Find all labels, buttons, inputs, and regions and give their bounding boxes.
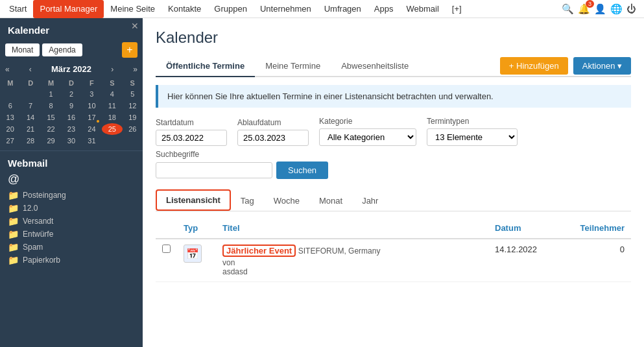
ablaufdatum-input[interactable] — [237, 130, 309, 146]
sidebar-kalender-title: Kalender — [0, 18, 143, 40]
nav-meine-seite[interactable]: Meine Seite — [104, 0, 161, 18]
calendar-day-header: S — [123, 78, 143, 88]
calendar-day[interactable]: 17 — [82, 112, 102, 123]
view-tab-jahr[interactable]: Jahr — [352, 191, 388, 211]
nav-start[interactable]: Start — [3, 0, 33, 18]
notifications-icon[interactable]: 🔔3 — [578, 3, 590, 15]
calendar-day[interactable]: 22 — [41, 123, 61, 135]
view-tab-tag[interactable]: Tag — [231, 191, 264, 211]
globe-icon[interactable]: 🌐 — [610, 3, 623, 15]
tab-abwesenheit[interactable]: Abwesenheitsliste — [331, 56, 419, 77]
nav-unternehmen[interactable]: Unternehmen — [254, 0, 318, 18]
nav-kontakte[interactable]: Kontakte — [161, 0, 208, 18]
calendar-day[interactable]: 19 — [123, 112, 143, 123]
nav-plus[interactable]: [+] — [446, 0, 468, 18]
calendar-day[interactable]: 2 — [61, 88, 81, 100]
webmail-folder-item[interactable]: 📁Posteingang — [8, 189, 135, 202]
calendar-add-button[interactable]: + — [122, 42, 137, 58]
calendar-controls: Monat Agenda + — [0, 40, 143, 60]
view-tab-listenansicht[interactable]: Listenansicht — [156, 189, 231, 211]
calendar-day[interactable]: 24 — [82, 123, 102, 135]
search-icon[interactable]: 🔍 — [562, 3, 574, 15]
calendar-day[interactable]: 27 — [0, 135, 20, 147]
add-button[interactable]: + Hinzufügen — [500, 57, 568, 75]
tab-meine[interactable]: Meine Termine — [255, 56, 331, 77]
calendar-day[interactable]: 3 — [82, 88, 102, 100]
calendar-day[interactable]: 29 — [41, 135, 61, 147]
calendar-day-header: M — [41, 78, 61, 88]
calendar-day[interactable]: 31 — [82, 135, 102, 147]
event-title-link[interactable]: Jährlicher Event — [222, 245, 296, 257]
suchbegriffe-group: Suchbegriffe Suchen — [156, 150, 328, 179]
calendar-day[interactable]: 12 — [123, 100, 143, 112]
tab-oeffentliche[interactable]: Öffentliche Termine — [156, 56, 255, 77]
calendar-day[interactable]: 26 — [123, 123, 143, 135]
agenda-button[interactable]: Agenda — [42, 43, 82, 56]
ablaufdatum-label: Ablaufdatum — [237, 118, 309, 127]
webmail-folder-item[interactable]: 📁Entwürfe — [8, 228, 135, 241]
next-next-month-icon[interactable]: » — [133, 65, 137, 74]
calendar-day[interactable]: 30 — [61, 135, 81, 147]
tabs-bar: Öffentliche Termine Meine Termine Abwese… — [156, 56, 631, 77]
webmail-folder-item[interactable]: 📁Versandt — [8, 215, 135, 228]
view-tab-monat[interactable]: Monat — [309, 191, 352, 211]
calendar-day — [102, 135, 122, 147]
suchbegriffe-input[interactable] — [156, 162, 272, 178]
nav-umfragen[interactable]: Umfragen — [318, 0, 368, 18]
calendar-day[interactable]: 13 — [0, 112, 20, 123]
view-tab-woche[interactable]: Woche — [264, 191, 309, 211]
calendar-day[interactable]: 9 — [61, 100, 81, 112]
calendar-day[interactable]: 15 — [41, 112, 61, 123]
monat-button[interactable]: Monat — [5, 43, 40, 56]
search-row: Suchen — [156, 162, 328, 179]
nav-gruppen[interactable]: Gruppen — [208, 0, 254, 18]
calendar-day[interactable]: 20 — [0, 123, 20, 135]
actions-button[interactable]: Aktionen ▾ — [573, 57, 631, 75]
prev-prev-month-icon[interactable]: « — [5, 65, 10, 74]
row-title-cell: Jährlicher Event SITEFORUM, Germany von … — [216, 239, 488, 282]
folder-icon: 📁 — [8, 190, 19, 200]
calendar-day[interactable]: 1 — [41, 88, 61, 100]
search-button[interactable]: Suchen — [276, 162, 328, 179]
webmail-folder-item[interactable]: 📁Papierkorb — [8, 254, 135, 267]
row-checkbox-cell[interactable] — [156, 239, 177, 282]
user-icon[interactable]: 👤 — [594, 3, 606, 15]
calendar-day[interactable]: 7 — [20, 100, 40, 112]
page-title: Kalender — [156, 29, 631, 47]
event-extra: asdasd — [222, 267, 482, 276]
calendar-day-header: M — [0, 78, 20, 88]
row-teilnehmer-cell[interactable]: 0 — [566, 239, 631, 282]
nav-apps[interactable]: Apps — [368, 0, 400, 18]
calendar-day[interactable]: 8 — [41, 100, 61, 112]
info-text: Hier können Sie Ihre aktuellen Termine i… — [167, 91, 494, 101]
calendar-day-header: D — [61, 78, 81, 88]
power-icon[interactable]: ⏻ — [626, 3, 636, 14]
calendar-day[interactable]: 28 — [20, 135, 40, 147]
calendar-day[interactable]: 23 — [61, 123, 81, 135]
nav-webmail[interactable]: Webmail — [400, 0, 445, 18]
kategorie-select[interactable]: Alle Kategorien — [319, 128, 416, 146]
calendar-day[interactable]: 6 — [0, 100, 20, 112]
calendar-day[interactable]: 14 — [20, 112, 40, 123]
termintypen-select[interactable]: 13 Elemente — [427, 128, 518, 146]
calendar-day[interactable]: 5 — [123, 88, 143, 100]
calendar-day[interactable]: 21 — [20, 123, 40, 135]
startdatum-input[interactable] — [156, 130, 227, 146]
calendar-day[interactable]: 4 — [102, 88, 122, 100]
calendar-day[interactable]: 11 — [102, 100, 122, 112]
events-table: Typ Titel Datum Teilnehmer 📅 Jährlicher … — [156, 218, 631, 282]
calendar-day[interactable]: 10 — [82, 100, 102, 112]
prev-month-icon[interactable]: ‹ — [29, 65, 32, 74]
sidebar-close-icon[interactable]: ✕ — [131, 21, 139, 31]
row-checkbox[interactable] — [162, 245, 171, 253]
calendar-day[interactable]: 16 — [61, 112, 81, 123]
nav-portal-manager[interactable]: Portal Manager — [33, 0, 104, 18]
calendar-day[interactable]: 25 — [102, 123, 122, 135]
row-date-cell: 14.12.2022 — [488, 239, 566, 282]
col-datum: Datum — [488, 218, 566, 239]
suchbegriffe-label: Suchbegriffe — [156, 150, 328, 159]
calendar-day[interactable]: 18 — [102, 112, 122, 123]
next-month-icon[interactable]: › — [111, 65, 113, 74]
webmail-folder-item[interactable]: 📁12.0 — [8, 202, 135, 215]
webmail-folder-item[interactable]: 📁Spam — [8, 241, 135, 254]
